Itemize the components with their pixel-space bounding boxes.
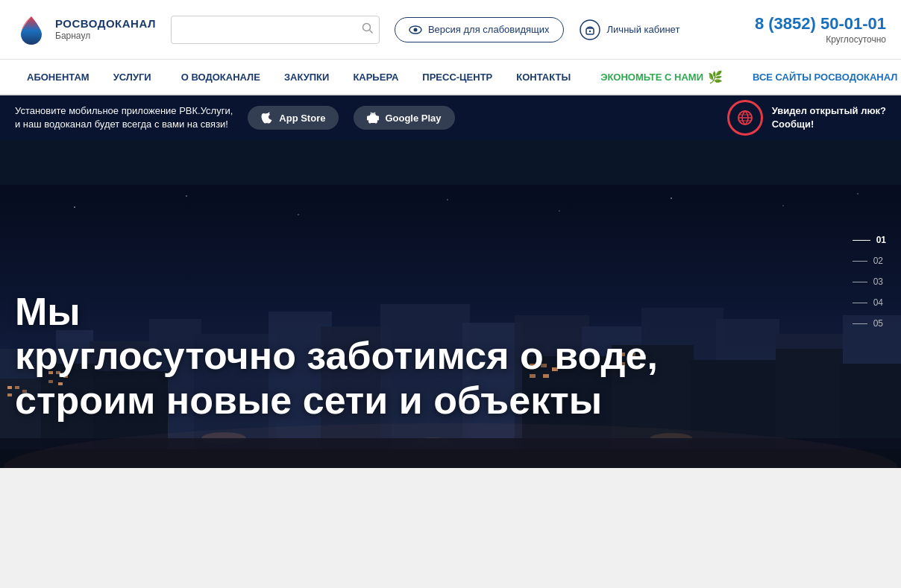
- report-text: Увидел открытый люк? Сообщи!: [772, 104, 886, 131]
- app-bar-right: Увидел открытый люк? Сообщи!: [727, 100, 886, 136]
- globe-icon: [737, 110, 753, 126]
- google-play-label: Google Play: [385, 113, 441, 124]
- accessibility-button[interactable]: Версия для слабовидящих: [395, 17, 564, 42]
- svg-rect-37: [7, 386, 12, 389]
- phone-number[interactable]: 8 (3852) 50-01-01: [755, 14, 886, 34]
- svg-point-11: [74, 206, 75, 208]
- slide-num-3: 03: [873, 276, 883, 287]
- search-icon: [362, 22, 374, 34]
- svg-point-12: [186, 195, 187, 197]
- android-icon: [367, 112, 379, 124]
- slide-line-5: [853, 323, 867, 324]
- slide-indicator-5[interactable]: 05: [853, 318, 886, 329]
- lock-icon: [579, 19, 601, 41]
- phone-area: 8 (3852) 50-01-01 Круглосуточно: [755, 14, 886, 44]
- apple-icon: [261, 112, 273, 124]
- svg-point-14: [447, 199, 448, 200]
- logo-main-text: РОСВОДОКАНАЛ: [55, 18, 156, 31]
- nav-item-kontakty[interactable]: КОНТАКТЫ: [504, 59, 583, 95]
- slide-indicator-1[interactable]: 01: [853, 235, 886, 245]
- hero-headline-line3: строим новые сети и объекты: [15, 379, 658, 423]
- slide-indicator-4[interactable]: 04: [853, 297, 886, 308]
- logo-sub-text: Барнаул: [55, 31, 156, 41]
- svg-point-6: [588, 30, 590, 31]
- hero-headline-line1: Мы: [15, 290, 658, 335]
- header: РОСВОДОКАНАЛ Барнаул Версия для слабовид…: [0, 0, 901, 60]
- slide-indicator-2[interactable]: 02: [853, 256, 886, 266]
- nav-item-all-sites[interactable]: Все сайты Росводоканал: [741, 59, 901, 95]
- cabinet-label: Личный кабинет: [607, 24, 680, 35]
- search-input[interactable]: [171, 16, 380, 44]
- main-nav: АБОНЕНТАМ УСЛУГИ О ВОДОКАНАЛЕ ЗАКУПКИ КА…: [0, 60, 901, 95]
- slide-line-3: [853, 282, 867, 282]
- search-button[interactable]: [362, 22, 374, 37]
- nav-item-uslugi[interactable]: УСЛУГИ: [101, 59, 163, 95]
- search-box: [171, 16, 380, 44]
- report-icon: [727, 100, 763, 136]
- hero-section: Установите мобильное приложение РВК.Услу…: [0, 95, 901, 468]
- hero-content: Мы круглосуточно заботимся о воде, строи…: [15, 290, 658, 423]
- svg-point-3: [413, 28, 417, 31]
- svg-point-13: [298, 214, 299, 215]
- svg-point-0: [362, 23, 370, 31]
- logo-icon: [15, 13, 48, 46]
- svg-rect-39: [7, 393, 12, 396]
- slide-num-1: 01: [876, 235, 886, 245]
- cabinet-button[interactable]: Личный кабинет: [579, 19, 680, 41]
- svg-point-15: [559, 210, 560, 212]
- logo[interactable]: РОСВОДОКАНАЛ Барнаул: [15, 13, 156, 46]
- nav-item-press[interactable]: ПРЕСС-ЦЕНТР: [410, 59, 504, 95]
- slide-indicator-3[interactable]: 03: [853, 276, 886, 287]
- phone-subtitle: Круглосуточно: [755, 34, 886, 45]
- hero-headline: Мы круглосуточно заботимся о воде, строи…: [15, 290, 658, 423]
- slide-line-1: [853, 240, 870, 241]
- accessibility-label: Версия для слабовидящих: [428, 24, 550, 35]
- svg-point-16: [671, 197, 672, 199]
- slide-num-5: 05: [873, 318, 883, 329]
- nav-item-abonentam[interactable]: АБОНЕНТАМ: [15, 59, 101, 95]
- hero-app-bar: Установите мобильное приложение РВК.Услу…: [0, 95, 901, 140]
- logo-text: РОСВОДОКАНАЛ Барнаул: [55, 18, 156, 41]
- slide-num-2: 02: [873, 256, 883, 266]
- nav-item-kariera[interactable]: КАРЬЕРА: [341, 59, 410, 95]
- slide-line-2: [853, 261, 867, 262]
- google-play-button[interactable]: Google Play: [354, 106, 454, 130]
- app-store-label: App Store: [279, 113, 325, 124]
- slide-line-4: [853, 303, 867, 303]
- eye-icon: [409, 23, 422, 37]
- app-bar-text: Установите мобильное приложение РВК.Услу…: [15, 104, 233, 131]
- svg-point-4: [580, 20, 600, 39]
- slide-num-4: 04: [873, 297, 883, 308]
- svg-line-1: [369, 30, 372, 33]
- nav-item-o-vodokane[interactable]: О ВОДОКАНАЛЕ: [169, 59, 272, 95]
- nav-item-zakupki[interactable]: ЗАКУПКИ: [272, 59, 342, 95]
- svg-point-17: [782, 205, 784, 206]
- nav-item-ekonomte[interactable]: ЭКОНОМЬТЕ С НАМИ 🌿: [588, 59, 735, 95]
- app-store-button[interactable]: App Store: [248, 106, 339, 130]
- leaf-icon: 🌿: [708, 70, 723, 84]
- report-button[interactable]: Увидел открытый люк? Сообщи!: [727, 100, 886, 136]
- hero-headline-line2: круглосуточно заботимся о воде,: [15, 334, 658, 379]
- svg-point-18: [857, 193, 858, 195]
- slide-indicators: 01 02 03 04 05: [853, 235, 886, 329]
